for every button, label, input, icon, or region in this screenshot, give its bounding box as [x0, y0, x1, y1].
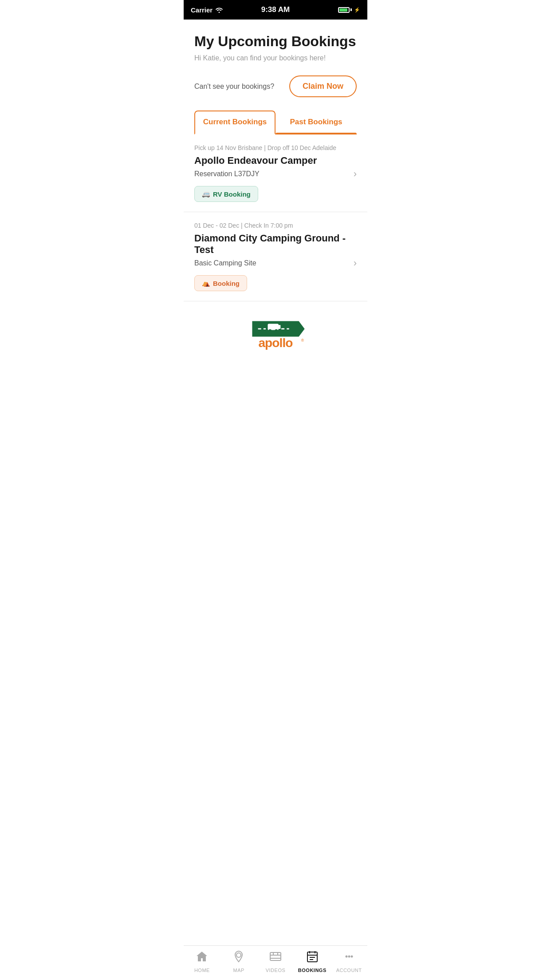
carrier-label: Carrier — [191, 6, 213, 14]
booking-card-1[interactable]: Pick up 14 Nov Brisbane | Drop off 10 De… — [184, 134, 367, 212]
page-title: My Upcoming Bookings — [194, 33, 357, 50]
tab-current-bookings[interactable]: Current Bookings — [194, 111, 276, 134]
booking-card-2[interactable]: 01 Dec - 02 Dec | Check In 7:00 pm Diamo… — [184, 212, 367, 301]
booking-1-reservation-row: Reservation L37DJY › — [194, 168, 357, 180]
claim-prompt: Can't see your bookings? — [194, 83, 274, 91]
booking-2-tag: ⛺ Booking — [194, 275, 247, 291]
rv-icon: 🚐 — [202, 190, 210, 198]
main-content: My Upcoming Bookings Hi Katie, you can f… — [184, 20, 367, 134]
booking-2-name: Diamond City Camping Ground - Test — [194, 233, 357, 256]
status-bar: Carrier 9:38 AM ⚡ — [184, 0, 367, 20]
status-time: 9:38 AM — [261, 5, 290, 14]
tab-past-bookings[interactable]: Past Bookings — [276, 111, 357, 134]
booking-1-name: Apollo Endeavour Camper — [194, 155, 357, 166]
claim-now-button[interactable]: Claim Now — [289, 75, 357, 97]
booking-2-reservation: Basic Camping Site — [194, 259, 256, 267]
svg-rect-4 — [277, 325, 280, 329]
svg-point-5 — [268, 329, 272, 332]
booking-2-date: 01 Dec - 02 Dec | Check In 7:00 pm — [194, 222, 357, 229]
booking-1-reservation: Reservation L37DJY — [194, 170, 260, 178]
camping-tag-label: Booking — [213, 280, 240, 287]
apollo-logo-section: apollo ® — [184, 301, 367, 364]
booking-1-date: Pick up 14 Nov Brisbane | Drop off 10 De… — [194, 144, 357, 151]
apollo-logo: apollo ® — [240, 319, 311, 350]
svg-rect-3 — [268, 324, 279, 330]
camping-icon: ⛺ — [202, 279, 210, 287]
svg-text:apollo: apollo — [258, 336, 293, 350]
rv-tag-label: RV Booking — [213, 190, 251, 198]
bookings-list: Pick up 14 Nov Brisbane | Drop off 10 De… — [184, 134, 367, 301]
booking-tabs: Current Bookings Past Bookings — [194, 111, 357, 134]
claim-row: Can't see your bookings? Claim Now — [194, 75, 357, 97]
charging-icon: ⚡ — [354, 7, 360, 13]
booking-2-reservation-row: Basic Camping Site › — [194, 257, 357, 269]
battery-indicator — [338, 7, 352, 13]
booking-2-arrow: › — [354, 257, 357, 269]
wifi-icon — [215, 7, 223, 13]
svg-point-6 — [275, 329, 278, 332]
page-subtitle: Hi Katie, you can find your bookings her… — [194, 54, 357, 62]
booking-1-arrow: › — [354, 168, 357, 180]
svg-text:®: ® — [301, 338, 304, 343]
booking-1-tag: 🚐 RV Booking — [194, 186, 258, 202]
